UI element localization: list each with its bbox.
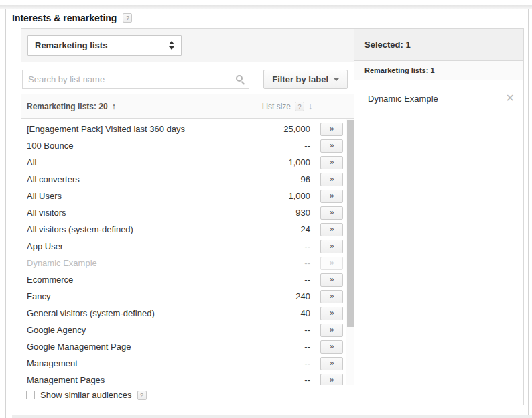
add-list-button[interactable]: » xyxy=(320,240,343,253)
list-row[interactable]: General visitors (system-defined) 40 » xyxy=(21,305,346,322)
list-scrollbar[interactable] xyxy=(346,119,354,385)
add-list-button[interactable]: » xyxy=(320,357,343,370)
list-size: -- xyxy=(257,141,310,151)
add-list-button[interactable]: » xyxy=(320,190,343,203)
search-row: Filter by label xyxy=(21,62,354,94)
list-size: 40 xyxy=(257,308,310,318)
list-size: -- xyxy=(257,358,310,368)
list-name: All converters xyxy=(27,174,257,184)
top-shadow-divider xyxy=(0,5,532,9)
bottom-strip xyxy=(12,415,532,418)
chevron-down-icon xyxy=(334,78,339,81)
page-title: Interests & remarketing xyxy=(12,13,117,23)
add-list-button[interactable]: » xyxy=(320,223,343,236)
add-list-button[interactable]: » xyxy=(320,290,343,303)
add-list-button[interactable]: » xyxy=(320,173,343,186)
list-name: [Engagement Pack] Visited last 360 days xyxy=(27,124,257,134)
list-row[interactable]: Management Pages -- » xyxy=(21,372,346,385)
interests-remarketing-screen: { "title": { "text": "Interests & remark… xyxy=(0,0,532,418)
list-name: Google Management Page xyxy=(27,342,257,352)
list-name: Management Pages xyxy=(27,375,257,385)
add-list-button[interactable]: » xyxy=(320,156,343,169)
list-name: All visitors xyxy=(27,208,257,218)
list-size: 1,000 xyxy=(257,191,310,201)
column-lists-sort[interactable]: Remarketing lists: 20 ↑ xyxy=(21,102,116,111)
audience-picker-widget: Remarketing lists Filter by label Remark… xyxy=(21,28,524,405)
similar-audiences-footer: Show similar audiences ? xyxy=(21,385,354,405)
list-size: -- xyxy=(257,241,310,251)
add-list-button[interactable]: » xyxy=(320,324,343,337)
list-row[interactable]: [Engagement Pack] Visited last 360 days … xyxy=(21,121,346,137)
search-icon xyxy=(236,75,243,82)
list-size: 25,000 xyxy=(257,124,310,134)
list-row[interactable]: Google Management Page -- » xyxy=(21,338,346,355)
list-row[interactable]: All visitors (system-defined) 24 » xyxy=(21,221,346,238)
list-row: Dynamic Example -- » xyxy=(21,255,346,271)
list-name: App User xyxy=(27,241,257,251)
list-size: -- xyxy=(257,375,310,385)
column-list-size-label: List size xyxy=(262,102,291,111)
sort-descending-icon: ↓ xyxy=(308,102,312,111)
list-size: -- xyxy=(257,325,310,335)
column-list-size-sort[interactable]: List size ? ↓ xyxy=(262,102,312,111)
selected-list-item: Dynamic Example ✕ xyxy=(354,80,523,117)
add-list-button[interactable]: » xyxy=(320,307,343,320)
add-list-button[interactable]: » xyxy=(320,123,343,136)
list-name: Ecommerce xyxy=(27,275,257,285)
list-size: -- xyxy=(257,275,310,285)
list-row[interactable]: All Users 1,000 » xyxy=(21,188,346,204)
list-row[interactable]: Ecommerce -- » xyxy=(21,271,346,288)
list-type-bar: Remarketing lists xyxy=(21,29,354,62)
section-title-row: Interests & remarketing ? xyxy=(12,13,132,23)
list-size: 96 xyxy=(257,174,310,184)
updown-spinner-icon xyxy=(169,41,174,50)
list-type-dropdown[interactable]: Remarketing lists xyxy=(27,35,182,56)
column-lists-label: Remarketing lists: 20 xyxy=(27,102,108,111)
list-row[interactable]: Fancy 240 » xyxy=(21,288,346,305)
filter-by-label-button[interactable]: Filter by label xyxy=(263,70,348,89)
selected-list-name: Dynamic Example xyxy=(368,94,506,104)
list-name: 100 Bounce xyxy=(27,141,257,151)
selected-subheader: Remarketing lists: 1 xyxy=(354,61,523,80)
list-size-help-icon[interactable]: ? xyxy=(295,102,304,111)
list-name: Management xyxy=(27,358,257,368)
show-similar-audiences-label: Show similar audiences xyxy=(40,390,132,400)
list-viewport: [Engagement Pack] Visited last 360 days … xyxy=(21,119,354,385)
add-list-button[interactable]: » xyxy=(320,206,343,220)
add-list-button: » xyxy=(320,257,343,270)
filter-by-label-text: Filter by label xyxy=(272,74,328,84)
list-name: Fancy xyxy=(27,291,257,301)
sort-ascending-icon: ↑ xyxy=(112,102,116,111)
list-row[interactable]: 100 Bounce -- » xyxy=(21,137,346,154)
list-row[interactable]: Google Agency -- » xyxy=(21,322,346,338)
list-size: 1,000 xyxy=(257,157,310,167)
list-size: -- xyxy=(257,342,310,352)
search-input[interactable] xyxy=(22,70,249,89)
list-name: All xyxy=(27,157,257,167)
similar-audiences-help-icon[interactable]: ? xyxy=(137,391,147,400)
list-name: Google Agency xyxy=(27,325,257,335)
list-row[interactable]: All converters 96 » xyxy=(21,171,346,188)
add-list-button[interactable]: » xyxy=(320,139,343,153)
help-icon[interactable]: ? xyxy=(123,13,132,23)
list-row[interactable]: App User -- » xyxy=(21,238,346,255)
list-name: General visitors (system-defined) xyxy=(27,308,257,318)
remove-icon[interactable]: ✕ xyxy=(506,93,515,104)
list-row[interactable]: All visitors 930 » xyxy=(21,204,346,221)
list-row[interactable]: Management -- » xyxy=(21,355,346,372)
page-panel: Interests & remarketing ? Remarketing li… xyxy=(5,9,529,418)
show-similar-audiences-checkbox[interactable] xyxy=(26,391,35,399)
list-column-header: Remarketing lists: 20 ↑ List size ? ↓ xyxy=(21,94,354,119)
add-list-button[interactable]: » xyxy=(320,340,343,354)
list-row[interactable]: All 1,000 » xyxy=(21,154,346,171)
list-name: Dynamic Example xyxy=(27,258,257,268)
add-list-button[interactable]: » xyxy=(320,273,343,287)
list-size: 240 xyxy=(257,291,310,301)
list-name: All Users xyxy=(27,191,257,201)
add-list-button[interactable]: » xyxy=(320,374,343,385)
scrollbar-thumb[interactable] xyxy=(347,120,354,327)
selected-panel: Selected: 1 Remarketing lists: 1 Dynamic… xyxy=(354,29,523,405)
selected-items: Dynamic Example ✕ xyxy=(354,80,523,117)
list-name: All visitors (system-defined) xyxy=(27,224,257,234)
list-type-dropdown-label: Remarketing lists xyxy=(35,40,107,50)
